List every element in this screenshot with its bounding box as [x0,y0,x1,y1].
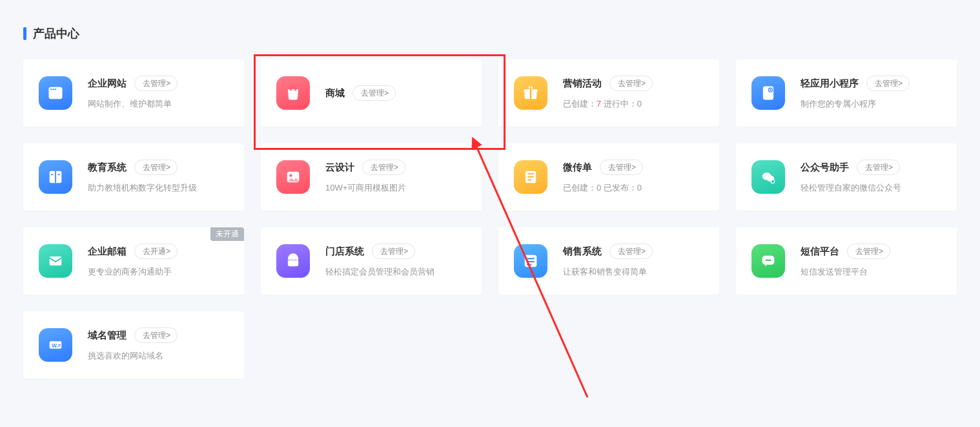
section-header: 产品中心 [23,26,957,41]
card-desc: 已创建：0 已发布：0 [563,182,704,194]
svg-point-15 [289,174,292,177]
manage-button[interactable]: 去管理> [857,160,900,175]
flyer-icon [514,160,547,194]
svg-rect-13 [58,174,61,175]
manage-button[interactable]: 去管理> [866,76,910,91]
manage-button[interactable]: 去管理> [372,244,415,259]
image-icon [276,160,310,194]
manage-button[interactable]: 去管理> [847,244,890,259]
card-title: 轻应用小程序 [801,78,859,90]
svg-rect-27 [527,258,535,259]
manage-button[interactable]: 去管理> [362,160,405,175]
card-mail[interactable]: 未开通 企业邮箱 去开通> 更专业的商务沟通助手 [23,227,244,295]
svg-rect-4 [55,89,56,90]
svg-rect-29 [527,264,531,266]
miniapp-icon [751,76,785,110]
card-domain[interactable]: W.= 域名管理 去管理> 挑选喜欢的网站域名 [23,311,244,379]
card-title: 微传单 [563,161,592,174]
gift-icon [514,76,547,110]
card-desc: 更专业的商务沟通助手 [88,266,229,278]
card-desc: 短信发送管理平台 [801,266,941,278]
list-icon [514,244,547,278]
svg-rect-24 [50,256,62,266]
manage-button[interactable]: 去管理> [600,160,643,175]
card-desc: 让获客和销售变得简单 [563,266,704,278]
browser-window-icon [39,76,72,110]
svg-rect-3 [52,89,54,90]
card-design[interactable]: 云设计 去管理> 10W+可商用模板图片 [261,143,482,211]
wechat-icon [751,160,785,194]
card-title: 短信平台 [801,245,839,258]
card-desc: 挑选喜欢的网站域名 [88,349,229,362]
book-icon [39,160,72,194]
store-icon [276,244,310,278]
card-desc: 网站制作、维护都简单 [88,98,229,110]
manage-button[interactable]: 去管理> [134,328,178,343]
card-site[interactable]: 企业网站 去管理> 网站制作、维护都简单 [23,59,244,127]
card-store[interactable]: 门店系统 去管理> 轻松搞定会员管理和会员营销 [261,227,482,295]
card-miniapp[interactable]: 轻应用小程序 去管理> 制作您的专属小程序 [736,59,957,127]
stat-running-value: 0 [637,99,642,109]
stat-created-label: 已创建： [563,99,597,109]
card-flyer[interactable]: 微传单 去管理> 已创建：0 已发布：0 [498,143,719,211]
svg-rect-7 [530,89,531,99]
svg-text:W.=: W.= [52,343,61,349]
card-desc: 助力教培机构数字化转型升级 [88,182,229,194]
manage-button[interactable]: 去管理> [609,244,653,259]
card-title: 企业网站 [88,78,127,90]
card-title: 企业邮箱 [88,245,127,258]
card-mall[interactable]: 商城 去管理> [261,59,482,127]
svg-rect-19 [527,180,531,181]
card-title: 公众号助手 [801,161,849,174]
section-title: 产品中心 [33,26,79,41]
card-title: 门店系统 [325,245,364,258]
card-desc: 轻松搞定会员管理和会员营销 [325,266,466,278]
manage-button[interactable]: 去管理> [609,76,653,91]
card-edu[interactable]: 教育系统 去管理> 助力教培机构数字化转型升级 [23,143,244,211]
svg-rect-31 [765,260,771,261]
domain-icon: W.= [39,328,72,362]
shopping-bag-icon [276,76,310,110]
card-marketing[interactable]: 营销活动 去管理> 已创建：7 进行中：0 [498,59,719,127]
card-sales[interactable]: 销售系统 去管理> 让获客和销售变得简单 [498,227,719,295]
manage-button[interactable]: 去管理> [134,76,178,91]
card-desc: 轻松管理自家的微信公众号 [801,182,941,194]
svg-rect-11 [55,171,56,183]
card-sms[interactable]: 短信平台 去管理> 短信发送管理平台 [736,227,957,295]
stat-running-label: 进行中： [601,99,637,109]
card-desc: 制作您的专属小程序 [801,98,941,110]
not-activated-badge: 未开通 [210,227,244,241]
svg-rect-18 [527,176,533,178]
manage-button[interactable]: 去管理> [134,160,178,175]
svg-rect-28 [527,261,535,262]
mail-icon [39,244,72,278]
card-title: 营销活动 [563,78,602,90]
card-title: 商城 [325,87,345,99]
svg-rect-17 [527,173,533,174]
svg-point-9 [768,88,773,92]
svg-rect-12 [51,174,54,175]
activate-button[interactable]: 去开通> [134,244,178,259]
card-title: 教育系统 [88,161,127,174]
product-grid: 企业网站 去管理> 网站制作、维护都简单 商城 去管理> [23,59,957,379]
manage-button[interactable]: 去管理> [352,85,396,101]
card-title: 域名管理 [88,329,127,342]
card-desc: 已创建：7 进行中：0 [563,98,704,110]
message-icon [751,244,785,278]
section-accent-bar [23,27,26,40]
card-title: 云设计 [325,161,354,174]
card-title: 销售系统 [563,245,602,258]
card-mp[interactable]: 公众号助手 去管理> 轻松管理自家的微信公众号 [736,143,957,211]
svg-rect-2 [50,89,52,90]
card-desc: 10W+可商用模板图片 [325,182,466,194]
